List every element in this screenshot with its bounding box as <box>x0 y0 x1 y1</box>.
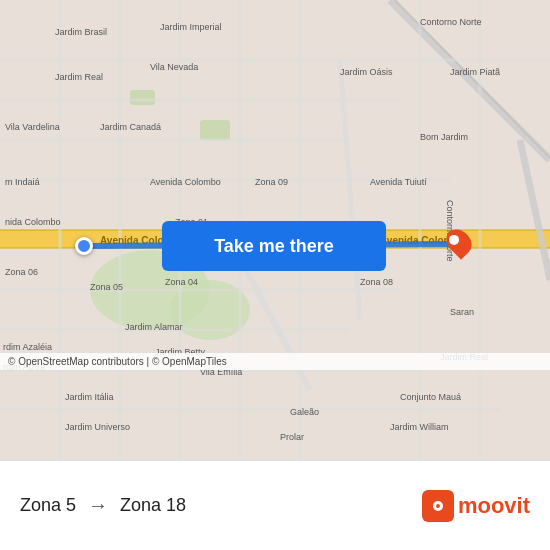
svg-text:Jardim Piatã: Jardim Piatã <box>450 67 500 77</box>
svg-text:nida Colombo: nida Colombo <box>5 217 61 227</box>
svg-text:Jardim Canadá: Jardim Canadá <box>100 122 161 132</box>
svg-text:Jardim Alamar: Jardim Alamar <box>125 322 183 332</box>
svg-text:Jardim Imperial: Jardim Imperial <box>160 22 222 32</box>
svg-text:m Indaiá: m Indaiá <box>5 177 40 187</box>
svg-text:Avenida Tuiutí: Avenida Tuiutí <box>370 177 427 187</box>
svg-text:Zona 09: Zona 09 <box>255 177 288 187</box>
svg-text:Jardim Oásis: Jardim Oásis <box>340 67 393 77</box>
svg-text:Jardim Universo: Jardim Universo <box>65 422 130 432</box>
svg-text:Jardim William: Jardim William <box>390 422 449 432</box>
route-to: Zona 18 <box>120 495 186 516</box>
svg-text:Jardim Itália: Jardim Itália <box>65 392 114 402</box>
moovit-name: moovit <box>458 493 530 519</box>
svg-point-67 <box>436 504 440 508</box>
end-marker <box>448 228 470 256</box>
svg-text:Zona 08: Zona 08 <box>360 277 393 287</box>
svg-text:Vila Nevada: Vila Nevada <box>150 62 198 72</box>
svg-text:Conjunto Mauá: Conjunto Mauá <box>400 392 461 402</box>
svg-text:rdim Azaléia: rdim Azaléia <box>3 342 52 352</box>
svg-text:Jardim Brasil: Jardim Brasil <box>55 27 107 37</box>
svg-text:Zona 04: Zona 04 <box>165 277 198 287</box>
svg-text:Saran: Saran <box>450 307 474 317</box>
svg-text:Prolar: Prolar <box>280 432 304 442</box>
bottom-bar: Zona 5 → Zona 18 moovit <box>0 460 550 550</box>
route-info: Zona 5 → Zona 18 <box>20 494 186 517</box>
moovit-logo: moovit <box>422 490 530 522</box>
svg-text:Galeão: Galeão <box>290 407 319 417</box>
svg-text:Contorno Norte: Contorno Norte <box>420 17 482 27</box>
svg-text:Avenida Colombo: Avenida Colombo <box>150 177 221 187</box>
svg-text:Zona 06: Zona 06 <box>5 267 38 277</box>
copyright-text: © OpenStreetMap contributors | © OpenMap… <box>0 353 550 370</box>
route-arrow: → <box>88 494 108 517</box>
take-me-there-button[interactable]: Take me there <box>162 221 386 271</box>
svg-rect-4 <box>130 90 155 105</box>
moovit-icon <box>422 490 454 522</box>
svg-text:Bom Jardim: Bom Jardim <box>420 132 468 142</box>
map-container: Jardim Brasil Jardim Imperial Contorno N… <box>0 0 550 460</box>
svg-text:Jardim Real: Jardim Real <box>55 72 103 82</box>
start-marker <box>75 237 93 255</box>
svg-text:Zona 05: Zona 05 <box>90 282 123 292</box>
route-from: Zona 5 <box>20 495 76 516</box>
svg-text:Vila Vardelina: Vila Vardelina <box>5 122 60 132</box>
svg-rect-3 <box>200 120 230 140</box>
